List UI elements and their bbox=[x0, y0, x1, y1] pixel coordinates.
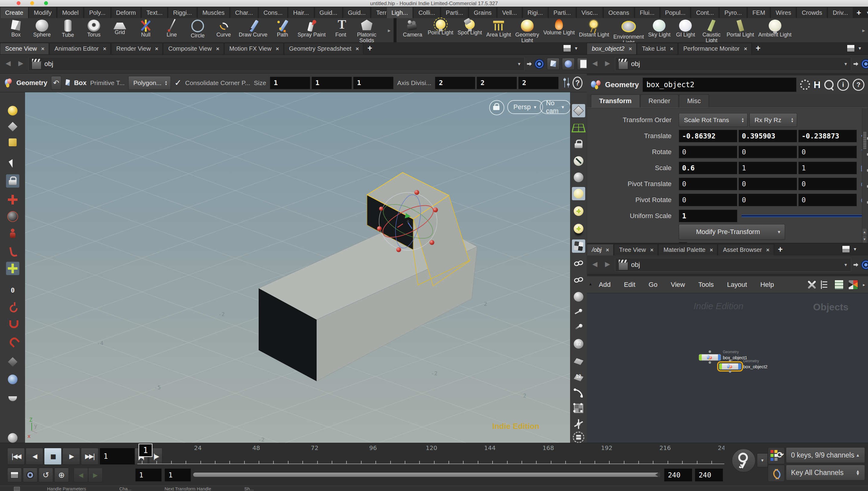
help-icon[interactable]: ? bbox=[572, 77, 583, 89]
headlight-only-button[interactable] bbox=[572, 171, 585, 184]
step-back-button[interactable]: ◀ bbox=[26, 448, 43, 465]
view-layout-button[interactable] bbox=[572, 104, 585, 117]
grid-snap-button[interactable] bbox=[6, 335, 19, 348]
shelf-tool-area-light[interactable]: Area Light bbox=[484, 19, 513, 38]
loop-mode-button[interactable]: ↺ bbox=[39, 468, 53, 482]
multi-snap-button[interactable] bbox=[6, 355, 19, 369]
scene-tab-scene-view[interactable]: Scene View× bbox=[0, 43, 49, 54]
pose-tool-button[interactable] bbox=[6, 227, 19, 240]
shelf-right-tab-colli[interactable]: Colli... bbox=[413, 7, 440, 18]
transform-order-select[interactable]: Scale Rot Trans ▲▼ bbox=[679, 113, 748, 127]
display-point-normals-button[interactable] bbox=[572, 306, 585, 319]
play-button[interactable]: ▶ bbox=[62, 448, 80, 465]
shelf-right-tab-wires[interactable]: Wires bbox=[771, 7, 796, 18]
shelf-right-tab-fem[interactable]: FEM bbox=[747, 7, 770, 18]
range-substart-field[interactable]: 1 bbox=[165, 468, 191, 482]
network-path-field[interactable]: obj ▼ bbox=[615, 258, 851, 272]
param-tab-take-list[interactable]: Take List× bbox=[637, 43, 678, 54]
new-shelf-tab-button[interactable]: + bbox=[853, 7, 864, 18]
new-pane-tab-button[interactable]: + bbox=[364, 44, 376, 54]
node-box-object1[interactable]: Geometrybox_object1 bbox=[699, 354, 721, 361]
shelf-tool-circle[interactable]: Circle bbox=[185, 19, 211, 39]
network-menu-help[interactable]: Help bbox=[760, 281, 774, 289]
shelf-left-tab-char[interactable]: Char... bbox=[230, 7, 258, 18]
more-icon[interactable]: ▸ bbox=[863, 282, 865, 287]
shelf-left-tab-text[interactable]: Text... bbox=[141, 7, 168, 18]
close-tab-icon[interactable]: × bbox=[276, 46, 279, 52]
shelf-right-tab-popul[interactable]: Popul... bbox=[660, 7, 691, 18]
modify-pre-transform-select[interactable]: Modify Pre-Transform ▼ bbox=[679, 224, 785, 240]
playbar-display-options-button[interactable] bbox=[7, 468, 22, 482]
network-menu-add[interactable]: Add bbox=[599, 281, 611, 289]
shelf-tool-volume-light[interactable]: Volume Light bbox=[541, 19, 577, 36]
size-field-0[interactable]: 1 bbox=[270, 77, 310, 89]
translate-field-x[interactable]: -0.86392 bbox=[679, 130, 737, 142]
timeline-ruler[interactable]: 1 24487296120144168192216240 bbox=[137, 444, 724, 465]
snapshot-cube-button[interactable] bbox=[547, 58, 560, 70]
viewport-3d-scene[interactable]: -22-52-2-42-2 bbox=[25, 92, 570, 443]
shelf-tool-line[interactable]: Line bbox=[159, 19, 185, 38]
rotate-field-y[interactable]: 0 bbox=[738, 146, 797, 158]
size-field-2[interactable]: 1 bbox=[353, 77, 394, 89]
pane-maximize-icon[interactable] bbox=[563, 45, 571, 52]
shelf-tool-distant-light[interactable]: Distant Light bbox=[577, 19, 611, 38]
translate-field-y[interactable]: 0.395903 bbox=[738, 130, 797, 142]
range-end-field[interactable]: 240 bbox=[664, 468, 692, 482]
shelf-tool-draw-curve[interactable]: Draw Curve bbox=[236, 19, 270, 38]
pivot-rotate-field-x[interactable]: 0 bbox=[679, 194, 737, 206]
close-tab-icon[interactable]: × bbox=[41, 46, 45, 52]
info-icon[interactable]: i bbox=[837, 79, 849, 91]
node-output-connector[interactable] bbox=[729, 370, 731, 373]
shelf-left-tab-poly[interactable]: Poly... bbox=[84, 7, 110, 18]
translate-field-z[interactable]: -0.238873 bbox=[798, 130, 857, 142]
axis-division-field-0[interactable]: 2 bbox=[435, 77, 475, 89]
display-prim-hulls-button[interactable] bbox=[572, 402, 585, 415]
scene-path-field[interactable]: obj ▼ bbox=[28, 57, 525, 71]
geometry-node-icon[interactable] bbox=[590, 79, 601, 90]
shelf-tool-portal-light[interactable]: Portal Light bbox=[724, 19, 756, 38]
pivot-rotate-field-y[interactable]: 0 bbox=[738, 194, 797, 206]
key-options-dropdown[interactable]: ▼ bbox=[757, 453, 768, 467]
rotate-order-select[interactable]: Rx Ry Rz ▲▼ bbox=[749, 113, 797, 127]
show-visualizers-button[interactable] bbox=[572, 256, 585, 270]
new-pane-tab-button[interactable]: + bbox=[775, 245, 786, 256]
channel-graph-icon[interactable] bbox=[768, 465, 785, 482]
shelf-tool-path[interactable]: Path bbox=[270, 19, 296, 38]
keys-summary-button[interactable]: 0 keys, 9/9 channels ▲ bbox=[786, 447, 865, 463]
playback-range-slider[interactable] bbox=[193, 472, 660, 477]
toolbar-options-icon[interactable] bbox=[562, 78, 569, 88]
volatile-brush-select-button[interactable] bbox=[6, 120, 19, 133]
help-icon[interactable]: ? bbox=[852, 79, 864, 91]
display-prim-numbers-button[interactable]: 12 bbox=[572, 370, 585, 383]
close-tab-icon[interactable]: × bbox=[670, 46, 673, 52]
path-dropdown-icon[interactable]: ▼ bbox=[844, 262, 848, 267]
axis-division-field-1[interactable]: 2 bbox=[477, 77, 517, 89]
hook-view-button[interactable] bbox=[562, 58, 575, 70]
network-menu-edit[interactable]: Edit bbox=[624, 281, 635, 289]
network-editor-canvas[interactable]: Indie Edition Objects Geometrybox_object… bbox=[587, 293, 868, 443]
camera-mask-button[interactable] bbox=[572, 431, 585, 444]
scene-tab-geometry-spreadsheet[interactable]: Geometry Spreadsheet× bbox=[284, 43, 364, 54]
smooth-shading-button[interactable] bbox=[572, 239, 585, 253]
param-tab-render[interactable]: Render bbox=[640, 94, 678, 107]
collapse-notch-icon[interactable]: ▲ bbox=[589, 282, 592, 286]
shelf-left-tab-guid[interactable]: Guid... bbox=[343, 7, 371, 18]
network-menu-go[interactable]: Go bbox=[649, 281, 657, 289]
link-target-icon[interactable] bbox=[861, 260, 868, 270]
shelf-left-tab-cons[interactable]: Cons... bbox=[258, 7, 288, 18]
tweak-edit-button[interactable] bbox=[6, 262, 19, 275]
scale-field-y[interactable]: 1 bbox=[738, 162, 797, 174]
shelf-tool-null[interactable]: Null bbox=[133, 19, 159, 38]
scene-tab-motion-fx-view[interactable]: Motion FX View× bbox=[224, 43, 284, 54]
volatile-lasso-select-button[interactable] bbox=[6, 104, 19, 117]
tools-wrench-icon[interactable] bbox=[807, 280, 816, 289]
shelf-tool-ambient-light[interactable]: Ambient Light bbox=[756, 19, 794, 38]
scale-field-x[interactable]: 0.6 bbox=[679, 162, 737, 174]
node-flag-left[interactable] bbox=[699, 354, 702, 360]
undo-tool-button[interactable]: ↶ bbox=[51, 76, 62, 90]
pane-maximize-icon[interactable] bbox=[847, 45, 855, 52]
jump-to-end-button[interactable]: ▶▶| bbox=[81, 448, 99, 465]
gear-icon[interactable] bbox=[800, 80, 810, 90]
forward-icon[interactable]: ▶ bbox=[603, 59, 613, 68]
color-palette-icon[interactable] bbox=[848, 280, 858, 290]
